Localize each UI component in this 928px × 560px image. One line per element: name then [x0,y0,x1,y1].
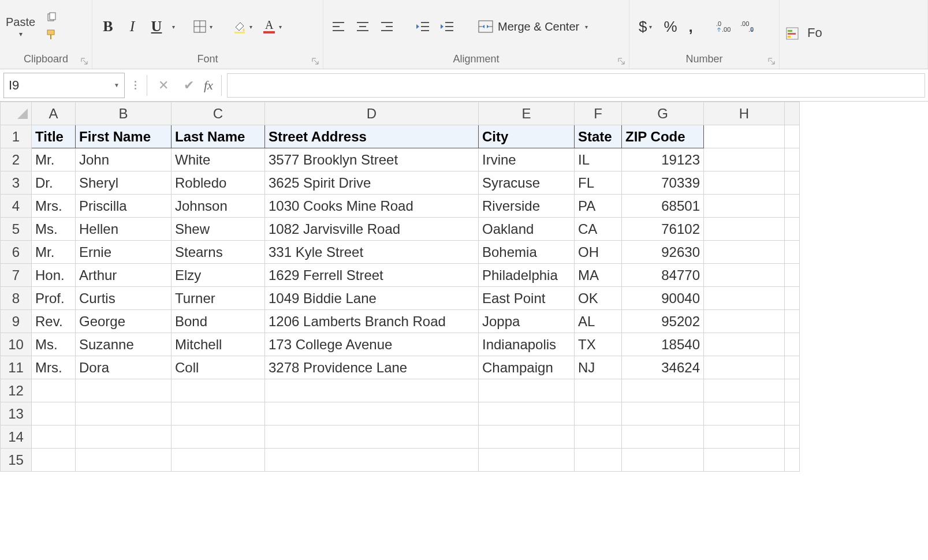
cell[interactable]: 90040 [622,287,704,310]
cell[interactable]: Stearns [172,241,265,264]
cell[interactable] [479,425,575,449]
underline-dropdown[interactable]: ▾ [172,24,175,30]
cell[interactable]: Ms. [32,218,76,241]
col-header-F[interactable]: F [575,102,622,125]
col-header-A[interactable]: A [32,102,76,125]
cell[interactable] [704,425,785,449]
cell[interactable] [622,379,704,402]
cell[interactable] [479,449,575,472]
cell[interactable]: CA [575,218,622,241]
formula-input[interactable] [228,74,925,97]
cell[interactable] [785,333,800,356]
cell[interactable]: 34624 [622,356,704,379]
select-all-corner[interactable] [1,102,32,125]
col-header-H[interactable]: H [704,102,785,125]
comma-format-button[interactable]: , [685,17,696,37]
cell[interactable] [172,402,265,425]
cell[interactable]: Philadelphia [479,264,575,287]
cell[interactable] [785,425,800,449]
bold-button[interactable]: B [98,17,118,36]
cell[interactable] [704,449,785,472]
cell[interactable]: 1049 Biddie Lane [265,287,479,310]
percent-format-button[interactable]: % [660,17,680,37]
cell[interactable]: Turner [172,287,265,310]
cell[interactable] [704,379,785,402]
cell[interactable]: Curtis [76,287,172,310]
cell[interactable] [704,148,785,171]
row-header-3[interactable]: 3 [1,171,32,195]
cell[interactable] [172,449,265,472]
font-dialog-launcher-icon[interactable] [310,56,320,66]
cell[interactable]: Oakland [479,218,575,241]
cell[interactable] [785,449,800,472]
table-header-cell[interactable]: Title [32,125,76,148]
cell[interactable] [622,402,704,425]
row-header-1[interactable]: 1 [1,125,32,148]
cell[interactable]: Priscilla [76,195,172,218]
cell[interactable]: 76102 [622,218,704,241]
cell[interactable] [704,356,785,379]
cell[interactable] [704,402,785,425]
cell[interactable] [265,379,479,402]
cell[interactable]: 3278 Providence Lane [265,356,479,379]
cell[interactable] [704,264,785,287]
cell[interactable]: George [76,310,172,333]
cell[interactable]: PA [575,195,622,218]
cell[interactable] [622,425,704,449]
cell[interactable] [76,425,172,449]
cell[interactable]: Suzanne [76,333,172,356]
name-box[interactable]: I9 ▼ [3,73,125,98]
cell[interactable] [785,379,800,402]
cell[interactable] [575,425,622,449]
number-dialog-launcher-icon[interactable] [766,56,777,66]
cell[interactable] [785,125,800,148]
cell[interactable] [785,195,800,218]
cell[interactable] [265,425,479,449]
cell[interactable]: Elzy [172,264,265,287]
table-header-cell[interactable]: Street Address [265,125,479,148]
cell[interactable] [575,379,622,402]
col-header-B[interactable]: B [76,102,172,125]
col-header-G[interactable]: G [622,102,704,125]
cell[interactable] [785,148,800,171]
cell[interactable]: 1082 Jarvisville Road [265,218,479,241]
cell[interactable] [32,425,76,449]
format-painter-icon[interactable] [44,28,59,42]
cell[interactable] [785,241,800,264]
cell[interactable]: Mrs. [32,195,76,218]
cell[interactable]: 1206 Lamberts Branch Road [265,310,479,333]
conditional-format-partial[interactable] [785,25,799,40]
cell[interactable] [172,379,265,402]
cell[interactable] [622,449,704,472]
cell[interactable] [704,195,785,218]
cell[interactable]: Dr. [32,171,76,195]
cell[interactable] [76,379,172,402]
cell[interactable] [785,402,800,425]
cell[interactable]: White [172,148,265,171]
cell[interactable] [76,402,172,425]
cell[interactable]: IL [575,148,622,171]
cell[interactable]: 1629 Ferrell Street [265,264,479,287]
cell[interactable]: 3625 Spirit Drive [265,171,479,195]
clipboard-dialog-launcher-icon[interactable] [79,56,90,66]
cell[interactable]: 70339 [622,171,704,195]
cell[interactable]: Syracuse [479,171,575,195]
fill-color-button[interactable]: ▾ [230,18,255,35]
cell[interactable]: 95202 [622,310,704,333]
row-header-7[interactable]: 7 [1,264,32,287]
cell[interactable]: 173 College Avenue [265,333,479,356]
cell[interactable]: Johnson [172,195,265,218]
col-header-edge[interactable] [785,102,800,125]
cell[interactable]: Ernie [76,241,172,264]
cell[interactable]: AL [575,310,622,333]
cell[interactable]: NJ [575,356,622,379]
cell[interactable]: 84770 [622,264,704,287]
confirm-entry-icon[interactable]: ✔ [178,75,199,96]
cell[interactable]: Mr. [32,241,76,264]
col-header-D[interactable]: D [265,102,479,125]
cell[interactable] [32,402,76,425]
cell[interactable]: 68501 [622,195,704,218]
cell[interactable] [704,218,785,241]
underline-button[interactable]: U [147,17,166,36]
cell[interactable]: Irvine [479,148,575,171]
